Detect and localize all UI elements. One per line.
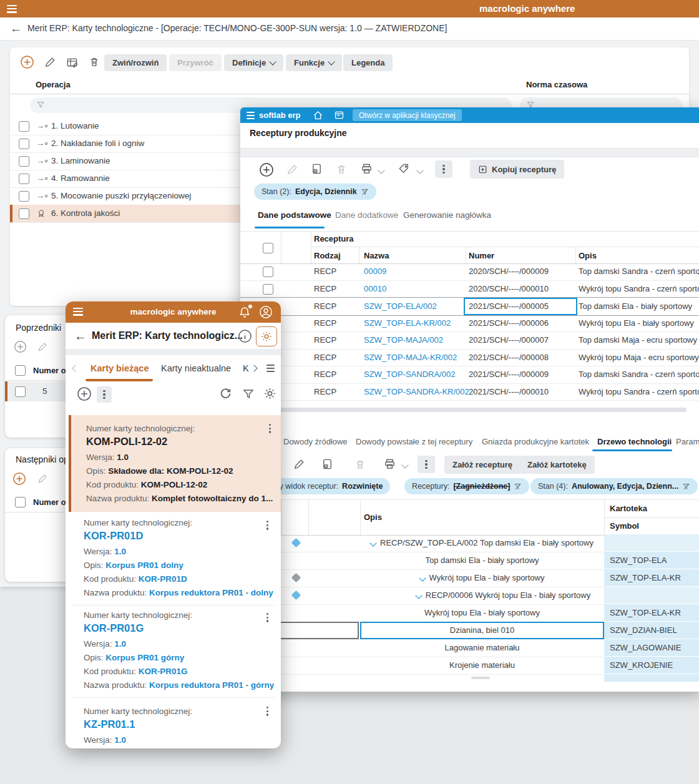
add-icon[interactable]	[259, 162, 274, 177]
table-row[interactable]: RECP SZW_TOP-SANDRA-KR/002 2021/SCH/----…	[240, 383, 699, 401]
header-checkbox[interactable]	[15, 497, 26, 507]
table-row[interactable]: RECP SZW_TOP-MAJA-KR/002 2021/SCH/----/0…	[240, 349, 699, 367]
menu-icon[interactable]	[247, 112, 255, 119]
row-checkbox[interactable]	[263, 267, 273, 277]
column-header-rodzaj[interactable]: Rodzaj	[314, 251, 341, 260]
copy-recipe-button[interactable]: Kopiuj recepturę	[470, 160, 564, 179]
more-actions-button[interactable]	[97, 386, 112, 403]
more-actions-button[interactable]	[418, 456, 435, 473]
open-classic-button[interactable]: Otwórz w aplikacji klasycznej	[353, 109, 462, 121]
card-menu-icon[interactable]	[266, 613, 268, 622]
column-header-opis[interactable]: Opis	[364, 512, 382, 522]
info-icon[interactable]	[238, 329, 252, 343]
row-checkbox[interactable]	[19, 121, 29, 132]
cell-nazwa-link[interactable]: SZW_TOP-MAJA/002	[364, 331, 443, 349]
back-icon[interactable]: ←	[74, 323, 87, 349]
row-checkbox[interactable]	[15, 386, 26, 397]
edit-icon[interactable]	[293, 459, 305, 470]
chevron-down-icon[interactable]	[419, 574, 426, 581]
tree-row[interactable]: Top damski Ela - biały sportowy SZW_TOP-…	[240, 552, 699, 570]
tech-card-selected[interactable]: Numer karty technologicznej: KOM-POLI-12…	[69, 415, 281, 512]
row-checkbox[interactable]	[19, 174, 29, 184]
tab-karty-nieaktualne[interactable]: Karty nieaktualne	[161, 355, 231, 381]
state-filter-pill[interactable]: Stan (2): Edycja, Dziennik	[254, 184, 376, 200]
tab-karty-biezace[interactable]: Karty bieżące	[90, 355, 149, 381]
row-checkbox[interactable]	[19, 208, 29, 219]
tree-node-label[interactable]: Lagowanie materiału	[360, 639, 604, 657]
chevron-right-icon[interactable]	[250, 365, 257, 371]
cell-nazwa-link[interactable]: SZW_TOP-SANDRA-KR/002	[364, 383, 469, 401]
cell-nazwa-link[interactable]: SZW_TOP-ELA/002	[364, 298, 437, 315]
tab-drzewo-technologii[interactable]: Drzewo technologii	[597, 437, 672, 446]
row-checkbox[interactable]	[19, 156, 29, 167]
column-header-numer[interactable]: Numer	[469, 251, 494, 260]
card-node-icon[interactable]	[291, 573, 301, 583]
home-icon[interactable]	[313, 110, 323, 120]
tab-parametry[interactable]: Parametry	[676, 437, 699, 446]
select-all-checkbox[interactable]	[263, 243, 273, 253]
chevron-down-icon[interactable]	[378, 167, 384, 174]
more-actions-button[interactable]	[435, 160, 452, 178]
tree-row[interactable]: RECP/00006 Wykrój topu Ela - biały sport…	[240, 587, 699, 605]
cell-nazwa-link[interactable]: SZW_TOP-MAJA-KR/002	[364, 349, 457, 366]
tree-row[interactable]: RECP/SZW_TOP-ELA/002 Top damski Ela - bi…	[240, 534, 699, 552]
add-icon[interactable]	[20, 55, 34, 69]
card-menu-icon[interactable]	[266, 521, 268, 530]
back-icon[interactable]: ←	[10, 17, 22, 39]
recipe-node-icon[interactable]	[291, 538, 301, 548]
chevron-down-icon[interactable]	[415, 592, 422, 599]
cell-nazwa-link[interactable]: SZW_TOP-SANDRA/002	[364, 366, 455, 383]
recipe-node-icon[interactable]	[291, 590, 301, 600]
table-row[interactable]: RECP 00010 2020/SCH/----/000010 Wykrój t…	[240, 280, 699, 298]
table-row[interactable]: RECP SZW_TOP-MAJA/002 2021/SCH/----/0000…	[240, 331, 699, 350]
tree-row-selected[interactable]: Dzianina, biel 010 SZW_DZIAN-BIEL	[240, 622, 699, 640]
card-number-value[interactable]: KOR-PR01D	[84, 530, 143, 542]
create-recipe-button[interactable]: Załóż recepturę	[444, 456, 521, 474]
header-checkbox[interactable]	[15, 365, 26, 376]
functions-button[interactable]: Funkcje	[286, 54, 342, 71]
recipes-filter-pill[interactable]: Receptury: [Zagnieżdżone]	[404, 478, 529, 494]
tab-dane-podstawowe[interactable]: Dane podstawowe	[258, 210, 331, 220]
row-checkbox[interactable]	[263, 284, 273, 295]
table-row[interactable]: RECP 00009 2020/SCH/----/000009 Top dams…	[240, 263, 699, 281]
tech-card[interactable]: Numer karty technologicznej: KOR-PR01D W…	[69, 513, 278, 604]
theme-toggle-button[interactable]	[256, 326, 277, 346]
cell-nazwa-link[interactable]: SZW_TOP-ELA-KR/002	[364, 315, 451, 332]
details-icon[interactable]	[311, 163, 323, 175]
tree-node-label[interactable]: Krojenie materiału	[360, 657, 604, 674]
delete-icon[interactable]	[89, 56, 100, 67]
collapse-expand-button[interactable]: Zwiń/rozwiń	[104, 54, 167, 71]
restore-button[interactable]: Przywróć	[169, 54, 222, 71]
tree-row[interactable]: Wykrój topu Ela - biały sportowy SZW_TOP…	[240, 604, 699, 622]
state4-filter-pill[interactable]: Stan (4): Anulowany, Edycja, Dzienn...	[530, 478, 698, 494]
add-icon[interactable]	[12, 472, 26, 486]
column-header-nazwa[interactable]: Nazwa	[364, 251, 389, 260]
card-menu-icon[interactable]	[266, 707, 268, 716]
cell-nazwa-link[interactable]: 00010	[364, 280, 386, 298]
gear-icon[interactable]	[263, 387, 276, 400]
app-window-icon[interactable]	[334, 110, 345, 120]
edit-icon[interactable]	[37, 474, 47, 484]
row-checkbox[interactable]	[19, 191, 29, 202]
chevron-down-icon[interactable]	[401, 461, 408, 468]
filter-icon[interactable]	[242, 388, 255, 400]
legend-button[interactable]: Legenda	[343, 54, 393, 71]
tech-card[interactable]: Numer karty technologicznej: KOR-PR01G W…	[69, 605, 278, 697]
menu-icon[interactable]	[7, 5, 17, 13]
clear-filter-icon[interactable]	[682, 483, 690, 491]
chevron-down-icon[interactable]	[416, 167, 423, 174]
cell-nazwa-link[interactable]: 00009	[364, 263, 386, 280]
tab-list-icon[interactable]	[266, 365, 275, 372]
tree-node-label[interactable]: Dzianina, biel 010	[360, 622, 604, 639]
add-icon[interactable]	[77, 386, 92, 401]
clear-filter-icon[interactable]	[361, 188, 369, 196]
tree-row[interactable]: Lagowanie materiału SZW_LAGOWANIE	[240, 639, 699, 657]
row-checkbox[interactable]	[19, 139, 29, 149]
table-edit-icon[interactable]	[66, 57, 78, 69]
add-icon[interactable]	[14, 340, 27, 353]
card-number-value[interactable]: KZ-PR01.1	[84, 718, 135, 730]
create-card-button[interactable]: Załóż kartotekę	[519, 456, 595, 474]
tab-dowody-zrodlowe[interactable]: Dowody źródłowe	[283, 437, 348, 446]
clear-filter-icon[interactable]	[514, 483, 522, 491]
tree-node-label[interactable]: Wykrój topu Ela - biały sportowy	[360, 604, 604, 622]
